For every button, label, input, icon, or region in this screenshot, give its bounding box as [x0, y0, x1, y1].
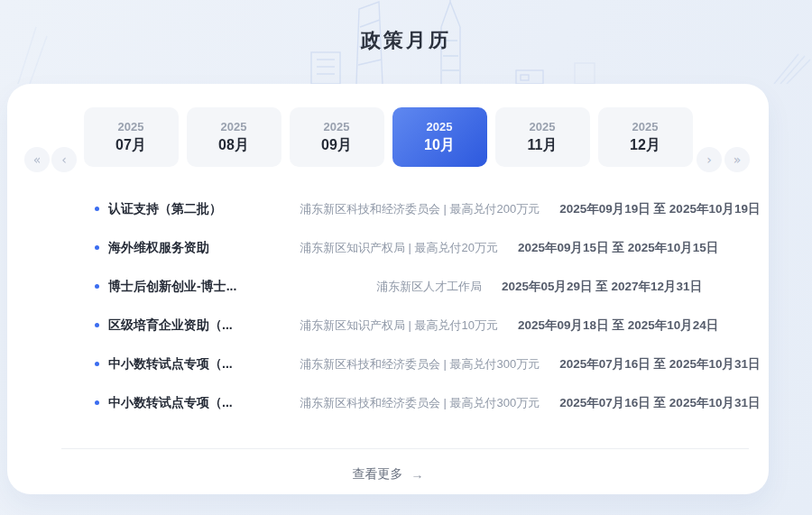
tab-2025-08[interactable]: 2025 08月	[187, 107, 281, 167]
policy-calendar-card: « ‹ 2025 07月 2025 08月 2025 09月 2025 10月 …	[7, 84, 769, 494]
policy-name[interactable]: 区级培育企业资助（...	[108, 317, 300, 334]
tab-2025-09[interactable]: 2025 09月	[290, 107, 384, 167]
view-more-button[interactable]: 查看更多 →	[316, 462, 460, 487]
policy-agency-amount: 浦东新区人才工作局	[300, 279, 482, 295]
tab-month: 12月	[630, 136, 660, 155]
policy-name[interactable]: 海外维权服务资助	[108, 240, 300, 256]
policy-agency-amount: 浦东新区知识产权局 | 最高兑付10万元	[300, 317, 498, 334]
policy-row[interactable]: 博士后创新创业-博士... 浦东新区人才工作局 2025年05月29日 至 20…	[95, 267, 687, 306]
policy-row[interactable]: 海外维权服务资助 浦东新区知识产权局 | 最高兑付20万元 2025年09月15…	[95, 228, 687, 267]
first-page-icon[interactable]: «	[24, 147, 50, 172]
page-header: 政策月历	[0, 0, 812, 84]
prev-month-icon[interactable]: ‹	[51, 147, 77, 172]
tab-2025-07[interactable]: 2025 07月	[84, 107, 179, 167]
policy-agency-amount: 浦东新区科技和经济委员会 | 最高兑付200万元	[300, 201, 540, 217]
footer-divider	[61, 448, 749, 449]
policy-row[interactable]: 认证支持（第二批） 浦东新区科技和经济委员会 | 最高兑付200万元 2025年…	[95, 189, 687, 228]
policy-date-range: 2025年07月16日 至 2025年10月31日	[559, 356, 745, 372]
tab-2025-11[interactable]: 2025 11月	[495, 107, 590, 167]
tab-month: 11月	[528, 136, 558, 155]
policy-row[interactable]: 中小数转试点专项（... 浦东新区科技和经济委员会 | 最高兑付300万元 20…	[95, 383, 687, 422]
tab-year: 2025	[632, 120, 659, 133]
tab-year: 2025	[324, 120, 350, 133]
arrow-right-icon: →	[411, 467, 424, 482]
tab-month: 10月	[424, 136, 455, 155]
tab-year: 2025	[118, 120, 144, 133]
policy-date-range: 2025年05月29日 至 2027年12月31日	[502, 279, 687, 295]
bullet-dot-icon	[95, 400, 99, 405]
policy-name[interactable]: 中小数转试点专项（...	[108, 356, 300, 372]
policy-agency-amount: 浦东新区科技和经济委员会 | 最高兑付300万元	[300, 395, 540, 411]
tab-month: 09月	[321, 136, 352, 155]
last-page-icon[interactable]: »	[724, 147, 750, 172]
tab-2025-12[interactable]: 2025 12月	[598, 107, 693, 167]
policy-date-range: 2025年09月18日 至 2025年10月24日	[518, 317, 704, 334]
tab-2025-10[interactable]: 2025 10月	[392, 107, 487, 167]
policy-name[interactable]: 认证支持（第二批）	[108, 201, 300, 217]
tab-month: 08月	[218, 136, 249, 155]
policy-date-range: 2025年09月19日 至 2025年10月19日	[559, 201, 745, 217]
tab-year: 2025	[221, 120, 247, 133]
bullet-dot-icon	[95, 362, 99, 366]
policy-row[interactable]: 中小数转试点专项（... 浦东新区科技和经济委员会 | 最高兑付300万元 20…	[95, 345, 687, 383]
policy-name[interactable]: 博士后创新创业-博士...	[108, 279, 300, 295]
bullet-dot-icon	[95, 207, 99, 211]
bullet-dot-icon	[95, 245, 99, 250]
policy-name[interactable]: 中小数转试点专项（...	[108, 395, 300, 411]
bullet-dot-icon	[95, 284, 99, 289]
bullet-dot-icon	[95, 323, 99, 327]
policy-agency-amount: 浦东新区科技和经济委员会 | 最高兑付300万元	[300, 356, 540, 372]
page-title: 政策月历	[0, 27, 812, 54]
policy-agency-amount: 浦东新区知识产权局 | 最高兑付20万元	[300, 240, 498, 256]
policy-list: 认证支持（第二批） 浦东新区科技和经济委员会 | 最高兑付200万元 2025年…	[7, 189, 769, 422]
policy-date-range: 2025年09月15日 至 2025年10月15日	[518, 240, 704, 256]
month-tabs-area: « ‹ 2025 07月 2025 08月 2025 09月 2025 10月 …	[7, 107, 769, 167]
policy-date-range: 2025年07月16日 至 2025年10月31日	[559, 395, 745, 411]
next-month-icon[interactable]: ›	[697, 147, 722, 172]
month-tabs: 2025 07月 2025 08月 2025 09月 2025 10月 2025…	[7, 107, 769, 167]
tab-year: 2025	[427, 120, 453, 133]
tab-year: 2025	[530, 120, 556, 133]
tab-month: 07月	[115, 136, 146, 155]
policy-row[interactable]: 区级培育企业资助（... 浦东新区知识产权局 | 最高兑付10万元 2025年0…	[95, 306, 687, 345]
view-more-label: 查看更多	[353, 466, 403, 483]
